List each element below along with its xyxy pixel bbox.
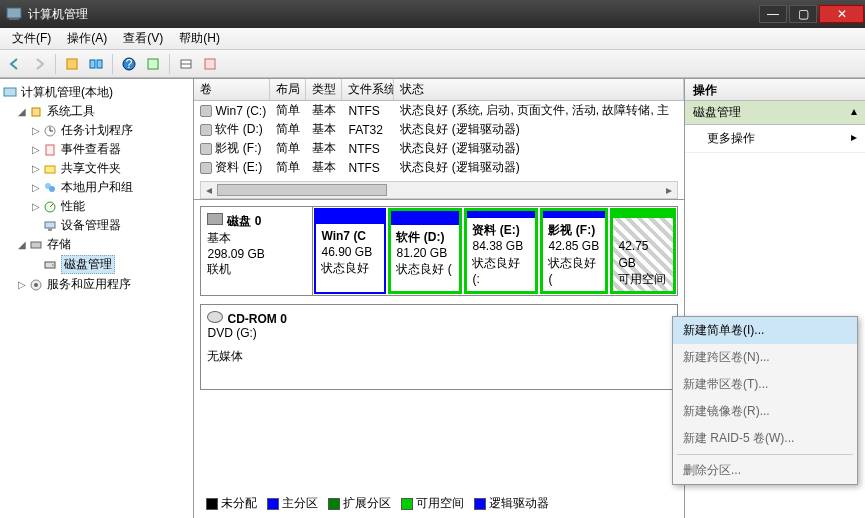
legend-swatch — [206, 498, 218, 510]
svg-point-17 — [49, 186, 55, 192]
disk0-row[interactable]: 磁盘 0 基本 298.09 GB 联机 Win7 (C46.90 GB状态良好… — [200, 206, 678, 296]
volume-row[interactable]: 软件 (D:) 简单 基本 FAT32 状态良好 (逻辑驱动器) — [194, 120, 684, 139]
maximize-button[interactable]: ▢ — [789, 5, 817, 23]
legend-swatch — [328, 498, 340, 510]
partition-bar — [316, 210, 384, 224]
svg-rect-19 — [45, 222, 55, 228]
partition-bar — [467, 211, 535, 218]
disk-icon — [42, 257, 58, 273]
scroll-right-icon[interactable]: ▸ — [661, 183, 677, 197]
actions-section[interactable]: 磁盘管理 ▴ — [685, 101, 865, 125]
toolbar-icon-2[interactable] — [85, 53, 107, 75]
partition-e[interactable]: 资料 (E:)84.38 GB状态良好 (: — [464, 208, 538, 294]
scroll-thumb[interactable] — [217, 184, 387, 196]
tree-storage[interactable]: ◢ 存储 — [2, 235, 191, 254]
partition-f[interactable]: 影视 (F:)42.85 GB状态良好 ( — [540, 208, 608, 294]
legend-swatch — [474, 498, 486, 510]
forward-button[interactable] — [28, 53, 50, 75]
disk-icon — [207, 213, 223, 225]
svg-rect-3 — [90, 60, 95, 68]
svg-point-25 — [34, 283, 38, 287]
expand-icon[interactable]: ▷ — [16, 279, 28, 290]
app-icon — [6, 6, 22, 22]
expand-icon[interactable]: ▷ — [30, 182, 42, 193]
volume-row[interactable]: Win7 (C:) 简单 基本 NTFS 状态良好 (系统, 启动, 页面文件,… — [194, 101, 684, 120]
back-button[interactable] — [4, 53, 26, 75]
clock-icon — [42, 123, 58, 139]
expand-icon[interactable]: ▷ — [30, 163, 42, 174]
tree-services[interactable]: ▷ 服务和应用程序 — [2, 275, 191, 294]
ctx-new-spanned-volume[interactable]: 新建跨区卷(N)... — [673, 344, 857, 371]
volume-row[interactable]: 资料 (E:) 简单 基本 NTFS 状态良好 (逻辑驱动器) — [194, 158, 684, 177]
horizontal-scrollbar[interactable]: ◂ ▸ — [200, 181, 678, 199]
svg-rect-11 — [4, 88, 16, 96]
toolbar-icon-1[interactable] — [61, 53, 83, 75]
svg-rect-14 — [46, 145, 54, 155]
expand-icon[interactable]: ▷ — [30, 201, 42, 212]
menu-file[interactable]: 文件(F) — [4, 28, 59, 49]
scroll-left-icon[interactable]: ◂ — [201, 183, 217, 197]
col-volume[interactable]: 卷 — [194, 79, 270, 100]
toolbar-icon-3[interactable] — [142, 53, 164, 75]
services-icon — [28, 277, 44, 293]
ctx-new-simple-volume[interactable]: 新建简单卷(I)... — [673, 317, 857, 344]
tree-sharedfolders[interactable]: ▷ 共享文件夹 — [2, 159, 191, 178]
tree-root[interactable]: 计算机管理(本地) — [2, 83, 191, 102]
ctx-delete-partition[interactable]: 删除分区... — [673, 457, 857, 484]
partition-c[interactable]: Win7 (C46.90 GB状态良好 — [314, 208, 386, 294]
tree-taskscheduler[interactable]: ▷ 任务计划程序 — [2, 121, 191, 140]
svg-rect-15 — [45, 166, 55, 173]
close-button[interactable]: ✕ — [819, 5, 864, 23]
toolbar-icon-4[interactable] — [175, 53, 197, 75]
svg-rect-4 — [97, 60, 102, 68]
menubar: 文件(F) 操作(A) 查看(V) 帮助(H) — [0, 28, 865, 50]
tree-devicemgr[interactable]: 设备管理器 — [2, 216, 191, 235]
chevron-right-icon: ▸ — [851, 130, 857, 147]
tree-systools[interactable]: ◢ 系统工具 — [2, 102, 191, 121]
actions-more[interactable]: 更多操作 ▸ — [685, 125, 865, 153]
ctx-new-mirrored-volume[interactable]: 新建镜像卷(R)... — [673, 398, 857, 425]
svg-rect-7 — [148, 59, 158, 69]
partition-bar — [391, 211, 459, 225]
titlebar: 计算机管理 — ▢ ✕ — [0, 0, 865, 28]
menu-help[interactable]: 帮助(H) — [171, 28, 228, 49]
tree-localusers[interactable]: ▷ 本地用户和组 — [2, 178, 191, 197]
volume-row[interactable]: 影视 (F:) 简单 基本 NTFS 状态良好 (逻辑驱动器) — [194, 139, 684, 158]
col-layout[interactable]: 布局 — [270, 79, 306, 100]
cdrom-info: CD-ROM 0 DVD (G:) 无媒体 — [201, 305, 677, 389]
tree-diskmgmt[interactable]: 磁盘管理 — [2, 254, 191, 275]
tools-icon — [28, 104, 44, 120]
collapse-icon[interactable]: ◢ — [16, 239, 28, 250]
toolbar-icon-5[interactable] — [199, 53, 221, 75]
volume-list: Win7 (C:) 简单 基本 NTFS 状态良好 (系统, 启动, 页面文件,… — [194, 101, 684, 177]
col-type[interactable]: 类型 — [306, 79, 342, 100]
col-fs[interactable]: 文件系统 — [342, 79, 394, 100]
svg-point-23 — [52, 264, 54, 266]
svg-rect-20 — [48, 228, 52, 231]
svg-rect-10 — [205, 59, 215, 69]
ctx-new-raid5-volume[interactable]: 新建 RAID-5 卷(W)... — [673, 425, 857, 452]
actions-title: 操作 — [685, 79, 865, 101]
tree-performance[interactable]: ▷ 性能 — [2, 197, 191, 216]
svg-text:?: ? — [126, 57, 133, 71]
collapse-icon[interactable]: ◢ — [16, 106, 28, 117]
tree-eventviewer[interactable]: ▷ 事件查看器 — [2, 140, 191, 159]
menu-action[interactable]: 操作(A) — [59, 28, 115, 49]
collapse-icon[interactable]: ▴ — [851, 104, 857, 121]
storage-icon — [28, 237, 44, 253]
partition-d[interactable]: 软件 (D:)81.20 GB状态良好 ( — [388, 208, 462, 294]
partition-free[interactable]: 42.75 GB可用空间 — [610, 208, 676, 294]
window-title: 计算机管理 — [28, 6, 88, 23]
cdrom-row[interactable]: CD-ROM 0 DVD (G:) 无媒体 — [200, 304, 678, 390]
ctx-new-striped-volume[interactable]: 新建带区卷(T)... — [673, 371, 857, 398]
minimize-button[interactable]: — — [759, 5, 787, 23]
performance-icon — [42, 199, 58, 215]
users-icon — [42, 180, 58, 196]
expand-icon[interactable]: ▷ — [30, 125, 42, 136]
menu-view[interactable]: 查看(V) — [115, 28, 171, 49]
col-status[interactable]: 状态 — [394, 79, 684, 100]
volume-icon — [200, 105, 212, 117]
help-button[interactable]: ? — [118, 53, 140, 75]
volume-icon — [200, 162, 212, 174]
expand-icon[interactable]: ▷ — [30, 144, 42, 155]
